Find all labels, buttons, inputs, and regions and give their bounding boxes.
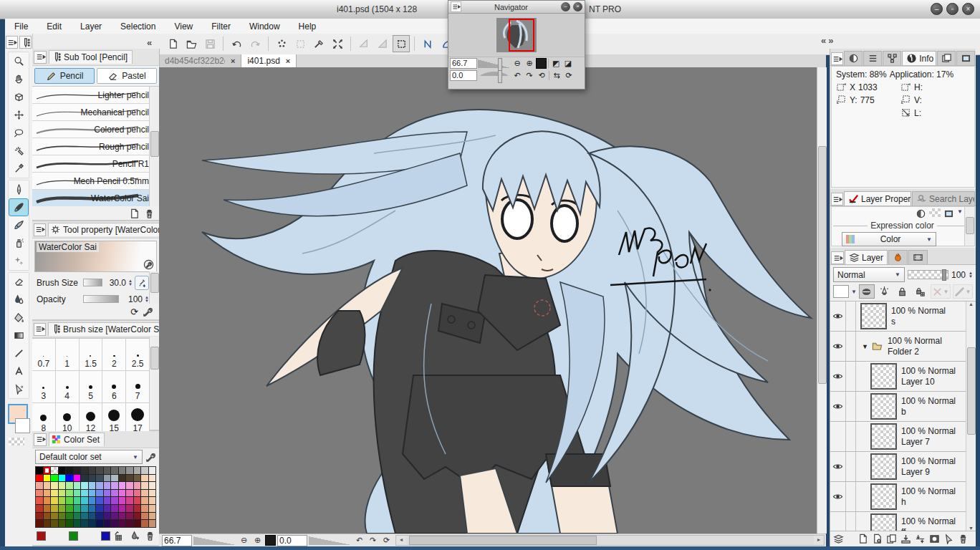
- palette-color[interactable]: [81, 497, 88, 504]
- collapse-right-panel-button[interactable]: «: [821, 35, 826, 46]
- layer-mask-icon[interactable]: [929, 534, 940, 544]
- scroll-left-arrow[interactable]: ◂: [396, 536, 406, 545]
- brush-size-cell[interactable]: 2: [102, 339, 126, 371]
- palette-color[interactable]: [89, 497, 96, 504]
- palette-color[interactable]: [66, 482, 73, 489]
- palette-color[interactable]: [89, 482, 96, 489]
- palette-color[interactable]: [126, 490, 133, 497]
- navigator-flip-vertical-icon[interactable]: ◪: [562, 58, 574, 69]
- fit-screen-icon[interactable]: [265, 535, 276, 546]
- tab-animation[interactable]: [908, 250, 928, 264]
- palette-color[interactable]: [126, 497, 133, 504]
- saved-color-swatch[interactable]: [101, 531, 110, 541]
- effect-border-icon[interactable]: [943, 208, 954, 219]
- palette-color[interactable]: [59, 497, 66, 504]
- palette-color[interactable]: [59, 467, 66, 474]
- palette-color[interactable]: [59, 513, 66, 520]
- colorset-wrench-icon[interactable]: [145, 452, 156, 463]
- close-tab-icon[interactable]: ×: [286, 57, 290, 65]
- palette-color[interactable]: [36, 482, 43, 489]
- navigator-reset-flip-icon[interactable]: ⇆: [551, 70, 562, 81]
- tab-all-sides[interactable]: [956, 51, 975, 65]
- tab-layer[interactable]: Layer: [845, 250, 888, 264]
- palette-color[interactable]: [51, 475, 58, 482]
- palette-color[interactable]: [74, 520, 81, 527]
- eye-icon[interactable]: [830, 362, 846, 391]
- brushsize-menu-icon[interactable]: [34, 323, 46, 336]
- palette-color[interactable]: [134, 467, 141, 474]
- layer-dock-menu-icon[interactable]: [831, 251, 844, 264]
- palette-color[interactable]: [51, 505, 58, 512]
- palette-color[interactable]: [66, 467, 73, 474]
- tool-line[interactable]: [9, 344, 29, 362]
- palette-color[interactable]: [104, 490, 111, 497]
- palette-color[interactable]: [149, 497, 156, 504]
- palette-color[interactable]: [81, 520, 88, 527]
- tool-lasso[interactable]: [9, 124, 29, 142]
- tool-brush[interactable]: [9, 198, 29, 216]
- palette-color[interactable]: [36, 467, 43, 474]
- wrench-icon[interactable]: [143, 259, 154, 270]
- delete-subtool-icon[interactable]: [144, 208, 155, 219]
- palette-color[interactable]: [104, 505, 111, 512]
- navigator-rotation-value[interactable]: 0.0: [450, 70, 477, 81]
- create-subtool-icon[interactable]: [129, 208, 140, 219]
- palette-color[interactable]: [96, 490, 103, 497]
- palette-color[interactable]: [89, 513, 96, 520]
- palette-color[interactable]: [96, 467, 103, 474]
- palette-color[interactable]: [36, 505, 43, 512]
- tool-movecanvas[interactable]: [9, 88, 29, 106]
- palette-color[interactable]: [141, 505, 148, 512]
- palette-color[interactable]: [119, 513, 126, 520]
- zoom-out-icon[interactable]: ⊖: [238, 535, 250, 546]
- close-button[interactable]: ×: [962, 3, 974, 15]
- palette-color[interactable]: [149, 490, 156, 497]
- scroll-right-arrow[interactable]: ▸: [814, 536, 824, 545]
- merge-down-icon[interactable]: [900, 534, 911, 544]
- tool-pen[interactable]: [9, 180, 29, 198]
- palette-color[interactable]: [119, 490, 126, 497]
- palette-color[interactable]: [126, 482, 133, 489]
- reset-tool-icon[interactable]: ⟳: [130, 307, 138, 317]
- tool-grad[interactable]: [9, 327, 29, 344]
- subtool-item[interactable]: Mech Pencil 0.5mm: [32, 173, 159, 190]
- clip-to-layer-below-button[interactable]: [859, 284, 875, 299]
- brush-size-spinner[interactable]: ▲▼: [128, 279, 133, 286]
- menu-selection[interactable]: Selection: [111, 20, 165, 33]
- palette-color[interactable]: [74, 490, 81, 497]
- eye-icon[interactable]: [830, 332, 846, 361]
- folder-collapse-icon[interactable]: ▼: [862, 343, 868, 350]
- tool-settings-wrench-icon[interactable]: [143, 307, 153, 317]
- effect-more-icon[interactable]: ▼: [957, 208, 963, 219]
- palette-color[interactable]: [126, 513, 133, 520]
- combine-to-new-layer-icon[interactable]: [915, 534, 926, 544]
- layer-name[interactable]: Layer 7: [901, 437, 956, 448]
- layer-color-dropdown-icon[interactable]: ▼: [851, 289, 857, 295]
- ruler-range-button[interactable]: ▼: [953, 284, 973, 299]
- tab-item-bank[interactable]: [937, 51, 956, 65]
- palette-color[interactable]: [141, 520, 148, 527]
- tool-opsel[interactable]: [9, 380, 29, 398]
- palette-color[interactable]: [141, 467, 148, 474]
- layer-scrollbar[interactable]: ▲ ▼: [966, 301, 976, 531]
- tab-layer-property[interactable]: Layer Property: [844, 191, 911, 206]
- save-toolbar-button[interactable]: [201, 35, 218, 52]
- tool-text[interactable]: [9, 362, 29, 380]
- layer-thumbnail[interactable]: [870, 453, 897, 480]
- eye-icon[interactable]: [830, 392, 846, 421]
- brush-size-value[interactable]: 30.0: [105, 278, 126, 288]
- palette-color[interactable]: [134, 490, 141, 497]
- menu-window[interactable]: Window: [240, 20, 289, 33]
- palette-color[interactable]: [74, 505, 81, 512]
- palette-color[interactable]: [119, 505, 126, 512]
- layer-row[interactable]: 100 % NormalLayer 9: [830, 452, 976, 482]
- palette-color[interactable]: [74, 482, 81, 489]
- colorset-menu-icon[interactable]: [34, 433, 47, 446]
- tab-layer-comp[interactable]: [888, 250, 908, 264]
- palette-color[interactable]: [44, 490, 51, 497]
- palette-color[interactable]: [96, 482, 103, 489]
- palette-color[interactable]: [59, 505, 66, 512]
- rotation-value[interactable]: 0.0: [277, 535, 307, 546]
- palette-color[interactable]: [36, 490, 43, 497]
- palette-color[interactable]: [141, 513, 148, 520]
